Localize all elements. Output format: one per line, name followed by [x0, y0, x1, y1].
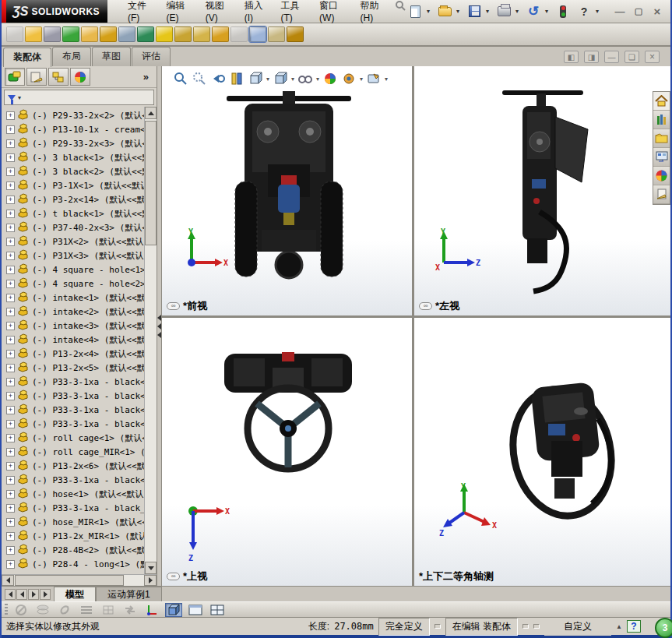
model-left-view[interactable]	[488, 86, 597, 296]
expand-plus-icon[interactable]: +	[6, 546, 15, 555]
display-style-icon[interactable]	[273, 71, 288, 86]
tree-item[interactable]: + (-) P33-3-1xa - black_M	[3, 501, 144, 515]
tree-filter-bar[interactable]: ▾	[4, 90, 154, 105]
toolbar-icon[interactable]	[100, 26, 117, 42]
expand-plus-icon[interactable]: +	[6, 378, 15, 386]
viewport-front[interactable]: ▾ ▾ ▾ ▾ ▾	[162, 66, 412, 315]
tree-item[interactable]: + (-) hose_MIR<1> (默认<<	[3, 515, 144, 529]
expand-plus-icon[interactable]: +	[6, 448, 15, 456]
toolbar-icon[interactable]	[25, 26, 42, 42]
custom-properties-icon[interactable]	[653, 185, 670, 204]
tree-item[interactable]: + (-) intake<4> (默认<<默	[3, 333, 144, 347]
tree-item[interactable]: + (-) P28-4B<2> (默认<<默	[3, 543, 144, 557]
toolbar-icon[interactable]	[193, 26, 210, 42]
save-icon[interactable]	[465, 3, 484, 20]
menu-item[interactable]: 视图(V)	[198, 0, 235, 26]
tree-item[interactable]: + (-) P37-40-2x<3> (默认<	[3, 220, 144, 234]
hide-show-items-icon[interactable]	[297, 71, 313, 86]
displaymanager-icon[interactable]	[70, 68, 90, 86]
tree-horizontal-scrollbar[interactable]	[2, 574, 157, 586]
tile-horizontal-icon[interactable]: ◧	[564, 51, 579, 63]
expand-plus-icon[interactable]: +	[6, 210, 15, 218]
expand-plus-icon[interactable]: +	[6, 504, 15, 513]
view-orientation-icon[interactable]	[248, 71, 263, 86]
expand-plus-icon[interactable]: +	[6, 560, 15, 569]
menu-item[interactable]: 工具(T)	[273, 0, 311, 26]
expand-plus-icon[interactable]: +	[6, 392, 15, 400]
toolbar-icon[interactable]	[268, 26, 285, 42]
study-tab[interactable]: 运动算例1	[96, 587, 162, 601]
expand-plus-icon[interactable]: +	[6, 238, 15, 246]
menu-item[interactable]: 文件(F)	[120, 0, 157, 26]
options-lights-icon[interactable]	[554, 3, 572, 20]
apply-scene-icon[interactable]	[341, 71, 357, 86]
file-explorer-icon[interactable]	[653, 129, 670, 148]
single-viewport-icon[interactable]	[187, 603, 204, 617]
expand-plus-icon[interactable]: +	[6, 532, 15, 541]
menu-item[interactable]: 窗口(W)	[311, 0, 350, 26]
coordinate-system-icon[interactable]	[143, 603, 160, 617]
open-icon[interactable]	[435, 3, 454, 20]
toolbar-icon[interactable]	[81, 26, 98, 42]
tree-item[interactable]: + (-) P13-10-1x - cream<1	[3, 122, 144, 136]
expand-plus-icon[interactable]: +	[6, 153, 15, 162]
expand-plus-icon[interactable]: +	[6, 308, 15, 316]
tree-item[interactable]: + (-) 3 black<1> (默认<<默	[3, 150, 144, 164]
tree-item[interactable]: + (-) 3 black<2> (默认<<默	[3, 164, 144, 178]
appearances-icon[interactable]	[653, 167, 670, 185]
toolbar-icon[interactable]	[137, 26, 154, 42]
custom-status[interactable]: 自定义	[544, 618, 611, 636]
toolbar-icon[interactable]	[44, 26, 61, 42]
tree-item[interactable]: + (-) P33-3-1xa - black<3	[3, 403, 144, 417]
command-tab[interactable]: 草图	[92, 47, 131, 66]
tree-item[interactable]: + (-) intake<2> (默认<<默	[3, 305, 144, 319]
tree-item[interactable]: + (-) P29-33-2x<2> (默认<	[3, 108, 144, 122]
first-tab-icon[interactable]	[5, 589, 16, 600]
expand-plus-icon[interactable]: +	[6, 490, 15, 499]
tree-item[interactable]: + (-) P33-3-1xa - black<2	[3, 389, 144, 403]
tree-item[interactable]: + (-) P3-1X<1> (默认<<默认	[3, 178, 144, 192]
tree-item[interactable]: + (-) 4 square - hole<2>	[3, 277, 144, 291]
model-front-view[interactable]	[223, 90, 355, 292]
tree-item[interactable]: + (-) P3-2x<14> (默认<<默	[3, 192, 144, 206]
tree-item[interactable]: + (-) P31X<3> (默认<<默认	[3, 249, 144, 263]
menu-item[interactable]: 帮助(H)	[352, 0, 390, 26]
shaded-view-icon[interactable]	[165, 603, 182, 617]
expand-plus-icon[interactable]: +	[6, 518, 15, 527]
close-child-icon[interactable]: ×	[645, 51, 660, 63]
toolbar-icon[interactable]	[287, 26, 304, 42]
expand-plus-icon[interactable]: +	[6, 111, 15, 120]
scrollbar-thumb[interactable]	[15, 575, 124, 586]
command-tab[interactable]: 装配体	[3, 48, 51, 67]
tree-item[interactable]: + (-) P13-2x<6> (默认<<默	[3, 459, 144, 473]
model-isometric-view[interactable]	[500, 363, 632, 530]
scroll-left-icon[interactable]	[2, 575, 14, 586]
panel-expand-chevron[interactable]: »	[143, 71, 153, 83]
resources-home-icon[interactable]	[653, 92, 670, 111]
undo-icon[interactable]: ↺	[524, 3, 543, 20]
model-top-view[interactable]	[210, 347, 366, 488]
status-expand-icon[interactable]: ▲	[616, 623, 622, 630]
minimize-button[interactable]: —	[613, 5, 627, 18]
four-viewport-icon[interactable]	[209, 603, 226, 617]
toolbar-icon[interactable]	[249, 26, 266, 42]
expand-plus-icon[interactable]: +	[6, 196, 15, 204]
toolbar-grip[interactable]	[5, 604, 8, 616]
propertymanager-icon[interactable]	[26, 68, 47, 86]
configurationmanager-icon[interactable]	[48, 68, 69, 86]
expand-plus-icon[interactable]: +	[6, 252, 15, 260]
new-document-icon[interactable]	[406, 3, 424, 20]
viewport-top[interactable]: X Z ∞ *上视	[162, 318, 412, 586]
toolbar-icon[interactable]	[174, 26, 192, 42]
expand-plus-icon[interactable]: +	[6, 294, 15, 302]
tree-item[interactable]: + (-) t black<1> (默认<<默	[3, 206, 144, 220]
expand-plus-icon[interactable]: +	[6, 167, 15, 176]
tree-item[interactable]: + (-) 4 square - hole<1>	[3, 263, 144, 277]
expand-plus-icon[interactable]: +	[6, 322, 15, 330]
close-button[interactable]: ×	[650, 5, 664, 18]
tree-item[interactable]: + (-) roll cage_MIR<1> (默	[3, 445, 144, 459]
restore-child-icon[interactable]: ❏	[625, 51, 639, 63]
expand-plus-icon[interactable]: +	[6, 182, 15, 190]
expand-plus-icon[interactable]: +	[6, 280, 15, 288]
tree-item[interactable]: + (-) P13-2x_MIR<1> (默认	[3, 529, 144, 543]
